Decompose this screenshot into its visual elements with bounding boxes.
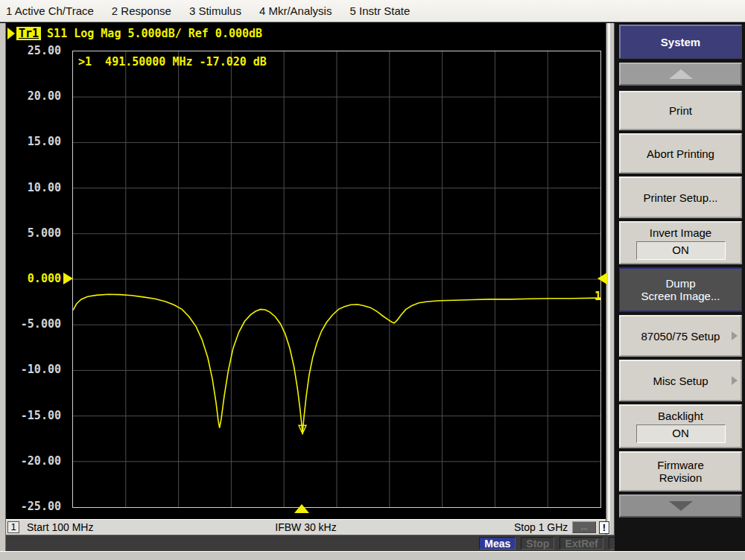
trace-number-label: 1 [595,290,601,303]
softkey-print-button[interactable]: Print [619,91,742,130]
reference-level-arrow-left-icon [63,273,73,284]
softkey-panel: System Print Abort Printing Printer Setu… [615,23,745,551]
softkey-printer-setup-label: Printer Setup... [643,191,717,204]
down-arrow-icon [669,501,693,511]
reference-level-arrow-right-icon [597,273,607,284]
softkey-scroll-up-button[interactable] [619,63,742,86]
stop-frequency-label: Stop 1 GHz [514,521,568,533]
vna-screen: 1 Active Ch/Trace 2 Response 3 Stimulus … [0,0,745,560]
marker-stimulus-triangle-icon [294,504,309,513]
menu-item-stimulus[interactable]: 3 Stimulus [189,4,241,17]
softkey-dump-screen-image-button[interactable]: Dump Screen Image... [619,267,742,312]
softkey-dump-label-line1: Dump [665,277,695,290]
y-tick-label: -15.00 [21,409,61,422]
y-tick-label: 5.000 [28,226,61,240]
backlight-state: ON [636,424,726,443]
trace-format-label: S11 Log Mag 5.000dB/ Ref 0.000dB [47,27,262,40]
status-meas-badge: Meas [479,537,516,550]
softkey-invert-image-label: Invert Image [650,226,711,239]
softkey-abort-printing-button[interactable]: Abort Printing [619,133,742,174]
more-button[interactable]: ... [572,521,596,533]
softkey-scroll-down-button[interactable] [619,494,742,518]
softkey-printer-setup-button[interactable]: Printer Setup... [619,176,742,218]
softkey-menu-title: System [619,25,742,59]
window-frame-divider [606,23,615,551]
softkey-firmware-revision-button[interactable]: Firmware Revision [619,451,742,491]
window-frame-bottom [0,551,745,560]
softkey-misc-setup-label: Misc Setup [653,375,708,387]
softkey-firmware-label-line2: Revision [659,471,703,484]
softkey-print-label: Print [669,104,692,117]
y-tick-label: 25.00 [28,44,61,57]
y-tick-label: -20.00 [21,454,61,468]
status-stop-badge: Stop [521,537,554,550]
submenu-arrow-icon [732,331,738,340]
y-tick-label: -25.00 [21,500,61,513]
stimulus-bar: 1 Start 100 MHz IFBW 30 kHz Stop 1 GHz .… [6,519,606,535]
menu-bar: 1 Active Ch/Trace 2 Response 3 Stimulus … [0,0,745,22]
softkey-invert-image-button[interactable]: Invert Image ON [619,221,742,264]
y-tick-label: -10.00 [21,363,61,376]
softkey-dump-label-line2: Screen Image... [641,290,720,302]
softkey-backlight-button[interactable]: Backlight ON [619,404,742,448]
menu-item-response[interactable]: 2 Response [112,4,171,17]
softkey-firmware-label-line1: Firmware [657,459,704,471]
graph-area [72,51,601,508]
softkey-87050-setup-button[interactable]: 87050/75 Setup [619,315,742,357]
softkey-misc-setup-button[interactable]: Misc Setup [619,360,742,401]
softkey-87050-setup-label: 87050/75 Setup [641,330,720,343]
menu-item-instr-state[interactable]: 5 Instr State [349,4,410,17]
y-tick-label: 20.00 [28,89,61,103]
softkey-menu-title-label: System [661,36,700,48]
y-tick-label: 15.00 [28,135,61,148]
graticule-svg [73,51,600,507]
status-extref-badge: ExtRef [559,537,603,550]
softkey-abort-printing-label: Abort Printing [647,147,714,160]
y-tick-label: -5.000 [21,317,61,331]
y-tick-label: 0.000 [28,272,61,285]
alert-button[interactable]: ! [599,521,609,534]
submenu-arrow-icon [732,376,738,385]
softkey-backlight-label: Backlight [658,410,703,422]
marker-readout: >1 491.50000 MHz -17.020 dB [78,55,267,69]
y-tick-label: 10.00 [28,181,61,194]
y-axis-labels: 25.0020.0015.0010.005.0000.000-5.000-10.… [0,0,72,521]
invert-image-state: ON [636,241,726,260]
up-arrow-icon [669,69,693,79]
menu-item-mkr-analysis[interactable]: 4 Mkr/Analysis [259,4,332,17]
